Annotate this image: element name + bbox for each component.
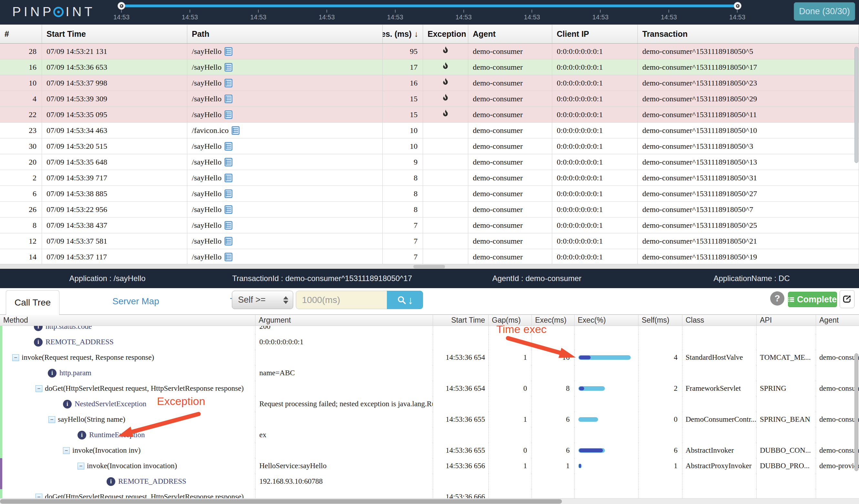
calltree-column-header-method[interactable]: Method <box>0 315 255 326</box>
calltree-row[interactable]: −invoke(Invocation inv)14:53:36 655066Ab… <box>0 443 859 458</box>
calltree-row[interactable]: iRuntimeExceptionex <box>0 427 859 443</box>
export-button[interactable] <box>840 290 855 308</box>
collapse-expander-icon[interactable]: − <box>63 447 70 454</box>
cell-agent: demo-consumer <box>468 107 552 122</box>
calltree-row[interactable]: ihttp.paramname=ABC <box>0 365 859 381</box>
scrollbar-thumb[interactable] <box>0 499 562 504</box>
cell-start-time: 07/09 14:53:20 515 <box>42 138 187 154</box>
cell-exec-percent <box>574 396 638 412</box>
transaction-detail-icon[interactable] <box>224 221 232 230</box>
filter-ms-input[interactable] <box>296 291 387 309</box>
search-button[interactable]: ↓ <box>387 291 423 309</box>
column-header-agent[interactable]: Agent <box>468 25 552 43</box>
calltree-row[interactable]: −invoke(Invocation invocation)HelloServi… <box>0 458 859 474</box>
help-icon[interactable]: ? <box>770 292 784 305</box>
transaction-detail-icon[interactable] <box>231 126 240 135</box>
collapse-expander-icon[interactable]: − <box>48 416 55 423</box>
cell-transaction-id: demo-consumer^1531118918050^11 <box>638 107 859 122</box>
complete-button[interactable]: Complete <box>788 292 837 307</box>
cell-api <box>756 489 816 498</box>
table-row[interactable]: 1407/09 14:53:37 117/sayHello7demo-consu… <box>0 249 859 265</box>
transaction-detail-icon[interactable] <box>224 95 232 103</box>
calltree-column-header-start-time[interactable]: Start Time <box>433 315 488 326</box>
transaction-detail-icon[interactable] <box>224 237 232 246</box>
transaction-detail-icon[interactable] <box>224 142 232 151</box>
table-row[interactable]: 1207/09 14:53:37 581/sayHello7demo-consu… <box>0 233 859 249</box>
cell-path: /sayHello <box>187 44 383 59</box>
calltree-column-header-api[interactable]: API <box>756 315 816 326</box>
calltree-column-header-exec-[interactable]: Exec(%) <box>574 315 638 326</box>
calltree-row[interactable]: ihttp.status.code200 <box>0 326 859 334</box>
column-header-exception[interactable]: Exception <box>423 25 468 43</box>
cell-gap-ms <box>488 489 531 498</box>
scrollbar-thumb[interactable] <box>413 265 445 268</box>
table-row[interactable]: 1607/09 14:53:36 653/sayHello17demo-cons… <box>0 59 859 75</box>
calltree-column-header-agent[interactable]: Agent <box>816 315 859 326</box>
agent-color-strip-green <box>0 350 2 365</box>
cell-client-ip: 0:0:0:0:0:0:0:1 <box>552 75 638 91</box>
table-row[interactable]: 2307/09 14:53:34 463/favicon.ico10demo-c… <box>0 123 859 138</box>
method-label: invoke(Invocation invocation) <box>87 462 177 470</box>
table-row[interactable]: 2207/09 14:53:35 095/sayHello15demo-cons… <box>0 107 859 123</box>
table-row[interactable]: 207/09 14:53:39 717/sayHello8demo-consum… <box>0 170 859 186</box>
transaction-detail-icon[interactable] <box>224 79 232 88</box>
done-button[interactable]: Done (30/30) <box>794 2 855 21</box>
transaction-detail-icon[interactable] <box>224 174 232 182</box>
table-row[interactable]: 607/09 14:53:38 885/sayHello8demo-consum… <box>0 186 859 202</box>
tab-call-tree[interactable]: Call Tree <box>6 290 59 315</box>
cell-agent: demo-consumer <box>468 170 552 186</box>
calltree-row[interactable]: −invoke(Request request, Response respon… <box>0 350 859 365</box>
transaction-table-body: 2807/09 14:53:21 131/sayHello95demo-cons… <box>0 44 859 265</box>
collapse-expander-icon[interactable]: − <box>12 354 19 361</box>
table-row[interactable]: 407/09 14:53:39 309/sayHello15demo-consu… <box>0 91 859 107</box>
transaction-horizontal-scrollbar[interactable] <box>0 264 859 269</box>
cell-gap-ms <box>488 396 531 412</box>
tick-label: 14:53 <box>245 14 271 21</box>
cell-client-ip: 0:0:0:0:0:0:0:1 <box>552 249 638 265</box>
calltree-row[interactable]: −sayHello(String name)14:53:36 655160Dem… <box>0 412 859 427</box>
cell-agent: demo-consumer <box>468 75 552 91</box>
transaction-detail-icon[interactable] <box>224 63 232 72</box>
collapse-expander-icon[interactable]: − <box>35 494 42 499</box>
transaction-vertical-scrollbar[interactable] <box>855 47 858 163</box>
method-label: http.status.code <box>46 326 92 331</box>
calltree-horizontal-scrollbar[interactable] <box>0 498 859 504</box>
table-row[interactable]: 3007/09 14:53:20 515/sayHello10demo-cons… <box>0 138 859 154</box>
calltree-row[interactable]: iREMOTE_ADDRESS192.168.93.10:60788 <box>0 474 859 489</box>
transaction-detail-icon[interactable] <box>224 189 232 198</box>
table-row[interactable]: 2007/09 14:53:35 648/sayHello9demo-consu… <box>0 154 859 170</box>
calltree-row[interactable]: iREMOTE_ADDRESS0:0:0:0:0:0:0:1 <box>0 334 859 350</box>
calltree-row[interactable]: −doGet(HttpServletRequest request, HttpS… <box>0 489 859 498</box>
calltree-column-header-argument[interactable]: Argument <box>255 315 433 326</box>
table-row[interactable]: 2607/09 14:53:22 956/sayHello8demo-consu… <box>0 202 859 218</box>
cell-path: /sayHello <box>187 218 383 233</box>
transaction-detail-icon[interactable] <box>224 205 232 214</box>
info-transaction-id: TransactionId : demo-consumer^1531118918… <box>215 274 430 283</box>
calltree-row[interactable]: iNestedServletExceptionRequest processin… <box>0 396 859 412</box>
column-header-client-ip[interactable]: Client IP <box>552 25 638 43</box>
filter-type-select[interactable]: Self >= <box>232 291 293 309</box>
calltree-row[interactable]: −doGet(HttpServletRequest request, HttpS… <box>0 381 859 396</box>
cell-gap-ms: 1 <box>488 412 531 427</box>
collapse-expander-icon[interactable]: − <box>77 463 84 470</box>
collapse-expander-icon[interactable]: − <box>35 385 42 392</box>
cell-argument <box>255 412 433 427</box>
column-header-res-ms-[interactable]: Res. (ms)↓ <box>383 25 423 43</box>
transaction-detail-icon[interactable] <box>224 47 232 56</box>
transaction-detail-icon[interactable] <box>224 253 232 261</box>
table-row[interactable]: 807/09 14:53:38 437/sayHello7demo-consum… <box>0 218 859 233</box>
column-header-path[interactable]: Path <box>187 25 383 43</box>
transaction-detail-icon[interactable] <box>224 110 232 119</box>
calltree-column-header-class[interactable]: Class <box>682 315 756 326</box>
table-row[interactable]: 2807/09 14:53:21 131/sayHello95demo-cons… <box>0 44 859 59</box>
column-header-transaction[interactable]: Transaction <box>638 25 859 43</box>
transaction-detail-icon[interactable] <box>224 158 232 167</box>
calltree-column-header-self-ms-[interactable]: Self(ms) <box>638 315 682 326</box>
column-header-start-time[interactable]: Start Time <box>42 25 187 43</box>
table-row[interactable]: 1007/09 14:53:37 998/sayHello16demo-cons… <box>0 75 859 91</box>
column-header--[interactable]: # <box>0 25 42 43</box>
cell-transaction-id: demo-consumer^1531118918050^27 <box>638 186 859 201</box>
tab-server-map[interactable]: Server Map <box>112 288 159 315</box>
filter-select-value: Self >= <box>238 295 266 305</box>
calltree-vertical-scrollbar[interactable] <box>855 353 858 471</box>
